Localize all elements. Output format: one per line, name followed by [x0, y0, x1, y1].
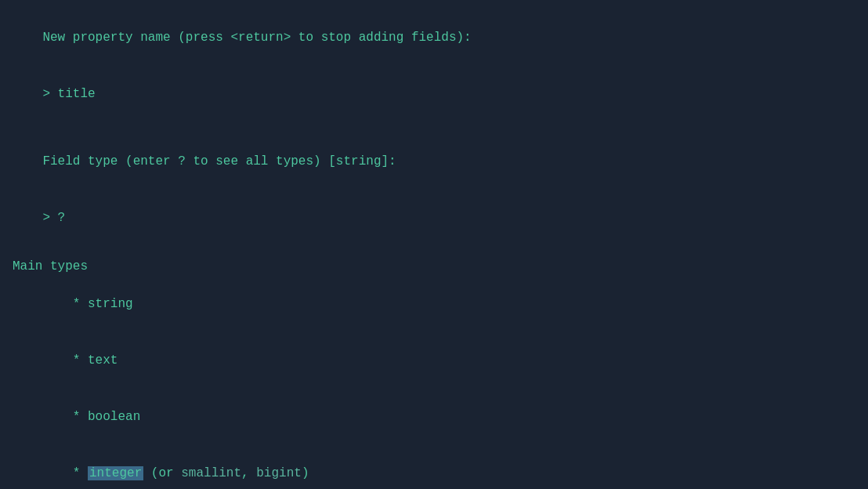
list-item-string: * string	[13, 276, 855, 332]
section-main-types: Main types * string * text * boolean * i…	[13, 257, 855, 489]
item-integer-extra: (or smallint, bigint)	[143, 466, 309, 480]
terminal-container: New property name (press <return> to sto…	[13, 9, 855, 489]
main-types-header: Main types	[13, 257, 855, 276]
field-type-arrow: >	[42, 211, 57, 225]
list-item-text: * text	[13, 332, 855, 389]
bullet-text: *	[58, 353, 88, 368]
field-type-value: ?	[58, 211, 66, 225]
field-type-text: Field type (enter ? to see all types) [s…	[42, 154, 396, 168]
field-type-prompt: Field type (enter ? to see all types) [s…	[13, 133, 855, 190]
property-name-value: title	[58, 87, 96, 101]
bullet-boolean: *	[58, 410, 88, 424]
list-item-boolean: * boolean	[13, 389, 855, 445]
item-string: string	[88, 297, 133, 311]
bullet-integer: *	[58, 466, 88, 480]
prompt-arrow: >	[42, 87, 57, 101]
item-text: text	[88, 353, 118, 368]
item-boolean: boolean	[88, 410, 140, 424]
prompt-text: New property name (press <return> to sto…	[42, 31, 471, 45]
item-integer: integer	[88, 466, 143, 480]
property-name-prompt: New property name (press <return> to sto…	[13, 9, 855, 66]
bullet-string: *	[58, 297, 88, 311]
list-item-integer: * integer (or smallint, bigint)	[13, 445, 855, 489]
field-type-input-line: > ?	[13, 190, 855, 246]
property-name-input-line: > title	[13, 66, 855, 122]
